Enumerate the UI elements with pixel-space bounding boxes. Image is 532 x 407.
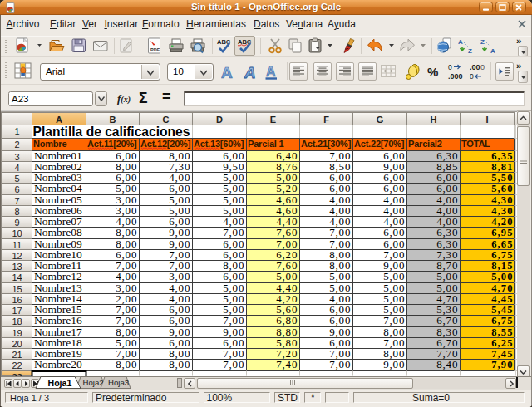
svg-text:Z: Z [468,47,472,54]
svg-text:0: 0 [448,63,452,71]
svg-text:7: 7 [14,196,19,206]
svg-text:8,81: 8,81 [491,161,513,173]
svg-text:16: 16 [12,295,22,305]
svg-text:6,80: 6,80 [276,314,298,326]
svg-text:6,75: 6,75 [491,249,513,261]
svg-text:Act.21[30%]: Act.21[30%] [301,139,352,149]
svg-text:Act.22[70%]: Act.22[70%] [354,139,405,149]
svg-text:6,95: 6,95 [491,227,513,238]
svg-text:Z: Z [480,38,485,46]
svg-text:5,00: 5,00 [383,270,405,282]
svg-text:11: 11 [12,240,22,250]
svg-text:0: 0 [470,72,474,81]
svg-text:8,00: 8,00 [169,358,190,370]
svg-text:4,30: 4,30 [491,194,513,206]
svg-text:4: 4 [14,163,19,173]
svg-text:6,30: 6,30 [436,226,458,238]
svg-text:5: 5 [14,174,19,184]
svg-text:8,15: 8,15 [491,260,513,272]
svg-text:Nombre12: Nombre12 [34,270,82,282]
svg-text:7,45: 7,45 [491,348,513,360]
svg-text:7,00: 7,00 [116,314,137,326]
svg-text:4,45: 4,45 [491,293,513,305]
svg-text:6,25: 6,25 [491,337,513,349]
svg-text:9: 9 [14,218,19,228]
svg-text:6,00: 6,00 [383,226,405,238]
svg-text:12: 12 [12,251,22,261]
svg-text:1: 1 [14,126,19,136]
svg-text:7,60: 7,60 [276,226,298,238]
svg-text:6,75: 6,75 [491,315,513,326]
svg-text:9,00: 9,00 [169,226,190,238]
svg-text:3,00: 3,00 [169,270,190,282]
svg-text:6,00: 6,00 [383,182,405,194]
svg-text:Nombre20: Nombre20 [34,358,82,370]
svg-text:Act.12[20%]: Act.12[20%] [140,139,191,149]
svg-text:Parcial2: Parcial2 [408,139,442,149]
svg-text:0: 0 [480,63,485,71]
svg-text:F: F [323,115,329,125]
svg-text:7,00: 7,00 [223,358,244,370]
svg-text:6,00: 6,00 [169,314,190,326]
svg-text:6,00: 6,00 [223,270,244,282]
svg-text:6,00: 6,00 [169,182,190,194]
svg-text:8,55: 8,55 [491,326,513,338]
svg-text:Hoja1: Hoja1 [48,378,72,388]
svg-text:Plantilla de calificaciones: Plantilla de calificaciones [33,125,190,139]
svg-text:10: 10 [12,228,22,238]
svg-text:7,00: 7,00 [223,314,244,326]
svg-text:Nombre08: Nombre08 [34,226,82,238]
svg-text:7,00: 7,00 [329,358,351,370]
svg-text:5,60: 5,60 [491,183,513,194]
svg-text:TOTAL: TOTAL [461,139,490,149]
svg-text:9,00: 9,00 [383,358,405,370]
svg-text:A: A [221,64,233,81]
svg-text:.000: .000 [448,72,463,81]
svg-text:Act.13[60%]: Act.13[60%] [194,139,244,149]
svg-text:Act.11[20%]: Act.11[20%] [87,139,137,149]
svg-text:A: A [490,47,495,54]
svg-text:4,30: 4,30 [491,205,513,217]
svg-text:5,00: 5,00 [436,270,458,282]
svg-text:19: 19 [12,328,22,338]
svg-text:PDF: PDF [150,47,160,52]
svg-text:6: 6 [14,184,19,194]
svg-text:6,00: 6,00 [329,182,351,194]
svg-text:Nombre: Nombre [33,139,66,149]
svg-text:14: 14 [12,272,22,282]
svg-text:5,50: 5,50 [491,172,513,184]
svg-text:Parcial 1: Parcial 1 [248,139,284,149]
svg-text:13: 13 [12,262,22,272]
svg-text:A: A [458,38,463,46]
svg-text:3: 3 [14,152,19,162]
svg-text:6,35: 6,35 [491,150,513,162]
svg-text:5,45: 5,45 [491,304,513,316]
svg-text:6,70: 6,70 [436,314,458,326]
svg-text:A: A [244,64,256,81]
svg-text:15: 15 [12,284,22,294]
svg-text:B: B [110,115,116,125]
svg-text:8,00: 8,00 [116,226,137,238]
svg-text:.00: .00 [470,63,480,71]
svg-text:7,00: 7,00 [223,226,244,238]
svg-text:5,00: 5,00 [116,182,137,194]
svg-text:6,00: 6,00 [436,182,458,194]
svg-text:18: 18 [12,316,22,326]
svg-text:G: G [377,115,384,125]
svg-text:8: 8 [14,207,19,217]
svg-text:A: A [266,65,276,79]
svg-text:Nombre04: Nombre04 [34,182,82,194]
svg-text:5,00: 5,00 [491,271,513,282]
svg-text:4,70: 4,70 [491,282,513,294]
svg-text:Hoja2: Hoja2 [83,378,104,387]
svg-text:E: E [270,115,276,125]
svg-text:21: 21 [12,350,22,360]
svg-text:6,00: 6,00 [329,314,351,326]
svg-text:6,65: 6,65 [491,238,513,250]
svg-text:7,00: 7,00 [383,314,405,326]
svg-text:5,00: 5,00 [329,270,351,282]
svg-text:5,00: 5,00 [223,182,244,194]
svg-text:Hoja3: Hoja3 [108,378,129,387]
svg-text:4,20: 4,20 [491,216,513,228]
svg-text:4,00: 4,00 [116,270,137,282]
